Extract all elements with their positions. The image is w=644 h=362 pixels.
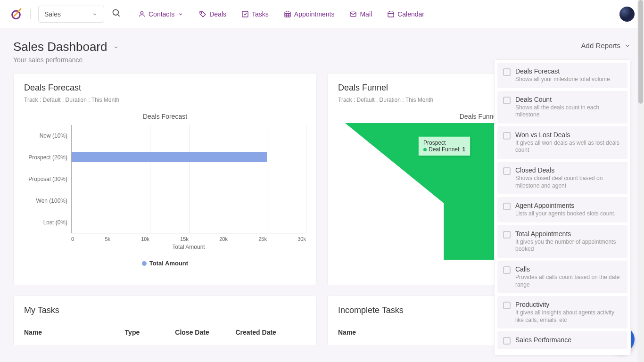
top-bar: Sales ContactsDealsTasksAppointmentsMail… (0, 0, 644, 28)
tooltip-dot (423, 148, 427, 151)
chart-title: Deals Forecast (24, 113, 306, 120)
calendar-icon (387, 10, 395, 18)
tooltip-value: 1 (462, 146, 465, 153)
search-icon[interactable] (112, 8, 121, 20)
col-created-date: Created Date (236, 329, 306, 336)
gridline (306, 125, 306, 233)
svg-point-2 (140, 11, 143, 14)
checkbox-icon (241, 10, 249, 18)
scrollbar[interactable] (637, 0, 644, 357)
add-reports-button[interactable]: Add Reports (581, 41, 631, 49)
col-name: Name (24, 329, 125, 336)
report-name: Won vs Lost Deals (515, 131, 622, 139)
app-logo (9, 8, 23, 21)
report-name: Calls (515, 265, 622, 273)
report-desc: It gives all won deals as well as lost d… (515, 140, 622, 154)
legend-label: Total Amount (149, 260, 188, 267)
nav-label: Mail (360, 10, 372, 18)
checkbox[interactable] (503, 167, 511, 175)
table-header: Name Type Close Date Created Date (24, 329, 306, 336)
report-option[interactable]: Sales Performance (497, 331, 627, 349)
report-option[interactable]: ProductivityIt gives all insights about … (497, 296, 627, 329)
col-type: Type (125, 329, 175, 336)
nav-contacts[interactable]: Contacts (138, 10, 184, 18)
checkbox[interactable] (503, 132, 511, 140)
nav-deals[interactable]: Deals (199, 10, 226, 18)
nav-appointments[interactable]: Appointments (284, 10, 335, 18)
report-desc: Shows closed deal count based on milesto… (515, 175, 622, 189)
checkbox[interactable] (503, 231, 511, 239)
page-body: Sales Dashboard Your sales performance A… (0, 28, 644, 357)
gridline (228, 125, 228, 233)
checkbox[interactable] (503, 302, 511, 309)
chevron-down-icon (91, 11, 98, 17)
user-avatar[interactable] (619, 7, 635, 22)
report-option[interactable]: Agent AppointmentsLists all your agents … (497, 197, 627, 222)
y-category-label: Lost (0%) (24, 219, 67, 226)
chart-x-ticks: 05k10k15k20k25k30k (71, 236, 306, 242)
y-category-label: Won (100%) (24, 197, 67, 204)
nav-tasks[interactable]: Tasks (241, 10, 269, 18)
report-option[interactable]: CallsProvides all calls count based on t… (497, 261, 627, 293)
funnel-tooltip: Prospect Deal Funnel: 1 (418, 136, 471, 156)
nav-label: Tasks (252, 10, 269, 18)
calendar-grid-icon (284, 10, 291, 18)
report-option[interactable]: Deals ForecastShows all your milestone t… (497, 63, 627, 88)
nav-calendar[interactable]: Calendar (387, 10, 424, 18)
card-title: Deals Forecast (24, 83, 306, 93)
tooltip-stage: Prospect (423, 140, 465, 146)
module-selected-label: Sales (44, 10, 61, 18)
x-tick-label: 20k (219, 236, 228, 242)
nav-label: Calendar (397, 10, 424, 18)
chart-legend: Total Amount (24, 260, 306, 267)
forecast-chart: Deals Forecast New (10%)Prospect (20%)Pr… (24, 113, 306, 267)
checkbox[interactable] (503, 337, 511, 345)
report-name: Sales Performance (515, 336, 622, 344)
card-meta: Track : Default , Duration : This Month (24, 97, 306, 103)
x-tick-label: 15k (180, 236, 189, 242)
checkbox[interactable] (503, 97, 511, 104)
tooltip-series: Deal Funnel: (429, 146, 461, 153)
svg-rect-7 (388, 12, 394, 17)
chart-plot-area (71, 125, 306, 233)
y-category-label: New (10%) (24, 132, 67, 139)
nav-mail[interactable]: Mail (349, 10, 372, 18)
contact-icon (138, 10, 146, 18)
bar (72, 152, 267, 162)
x-tick-label: 5k (105, 236, 110, 242)
checkbox[interactable] (503, 68, 511, 76)
gridline (267, 125, 267, 233)
report-desc: Provides all calls count based on the da… (515, 274, 622, 288)
svg-point-3 (201, 12, 202, 13)
checkbox[interactable] (503, 266, 511, 274)
checkbox[interactable] (503, 203, 511, 210)
page-title: Sales Dashboard (13, 40, 119, 54)
gridline (111, 125, 111, 233)
chevron-down-icon[interactable] (113, 44, 119, 50)
report-desc: Shows all the deals count in each milest… (515, 104, 622, 119)
gridline (189, 125, 190, 233)
report-option[interactable]: Deals CountShows all the deals count in … (497, 91, 627, 123)
report-option[interactable]: Closed DealsShows closed deal count base… (497, 162, 627, 194)
report-name: Agent Appointments (515, 202, 622, 209)
legend-dot (142, 261, 147, 266)
page-header: Sales Dashboard Your sales performance A… (13, 40, 631, 64)
scroll-thumb[interactable] (638, 0, 643, 104)
svg-rect-4 (242, 11, 248, 17)
report-option[interactable]: Won vs Lost DealsIt gives all won deals … (497, 126, 627, 159)
report-option[interactable]: Total AppointmentsIt gives you the numbe… (497, 225, 627, 258)
nav-label: Contacts (149, 10, 174, 18)
report-name: Productivity (515, 301, 622, 308)
add-reports-dropdown: Deals ForecastShows all your milestone t… (494, 59, 631, 355)
report-desc: Lists all your agents booked slots count… (515, 210, 622, 218)
chevron-down-icon (177, 11, 184, 17)
chart-x-label: Total Amount (71, 244, 306, 250)
x-tick-label: 10k (141, 236, 149, 242)
report-name: Deals Count (515, 96, 622, 103)
module-selector[interactable]: Sales (38, 6, 104, 23)
divider (30, 9, 31, 19)
y-category-label: Prospect (20%) (24, 154, 67, 161)
chevron-down-icon (624, 42, 631, 49)
report-desc: Shows all your milestone total volume (515, 76, 622, 83)
report-desc: It gives you the number of appointments … (515, 239, 622, 253)
